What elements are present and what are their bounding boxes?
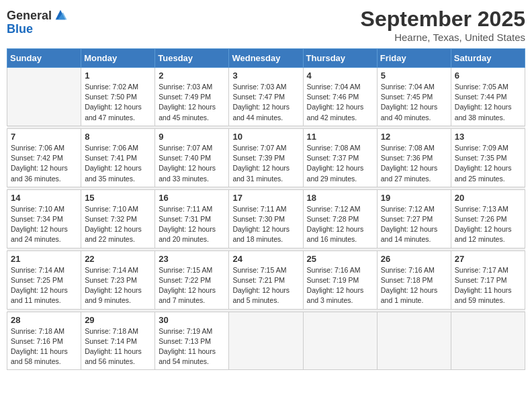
- calendar-cell: 4Sunrise: 7:04 AM Sunset: 7:46 PM Daylig…: [303, 68, 377, 126]
- day-number: 5: [381, 71, 447, 81]
- calendar-cell: 28Sunrise: 7:18 AM Sunset: 7:16 PM Dayli…: [7, 312, 81, 370]
- day-info: Sunrise: 7:08 AM Sunset: 7:36 PM Dayligh…: [381, 143, 447, 184]
- calendar-cell: 5Sunrise: 7:04 AM Sunset: 7:45 PM Daylig…: [377, 68, 451, 126]
- day-number: 14: [11, 193, 77, 203]
- calendar-cell: 24Sunrise: 7:15 AM Sunset: 7:21 PM Dayli…: [229, 250, 303, 309]
- day-number: 23: [159, 254, 225, 264]
- day-number: 2: [159, 71, 225, 81]
- day-number: 22: [85, 254, 151, 264]
- calendar-cell: 15Sunrise: 7:10 AM Sunset: 7:32 PM Dayli…: [81, 189, 155, 248]
- calendar-cell: [229, 312, 303, 370]
- calendar-week-row: 1Sunrise: 7:02 AM Sunset: 7:50 PM Daylig…: [7, 68, 525, 126]
- logo-icon: [53, 7, 68, 22]
- day-number: 25: [307, 254, 373, 264]
- day-info: Sunrise: 7:07 AM Sunset: 7:39 PM Dayligh…: [232, 143, 299, 184]
- calendar-cell: 20Sunrise: 7:13 AM Sunset: 7:26 PM Dayli…: [451, 189, 525, 248]
- calendar-cell: [7, 68, 81, 126]
- calendar-cell: 3Sunrise: 7:03 AM Sunset: 7:47 PM Daylig…: [229, 68, 303, 126]
- calendar-week-row: 7Sunrise: 7:06 AM Sunset: 7:42 PM Daylig…: [7, 128, 525, 187]
- day-number: 30: [159, 315, 225, 325]
- day-number: 15: [85, 193, 151, 203]
- day-number: 20: [455, 193, 521, 203]
- day-number: 27: [455, 254, 521, 264]
- day-number: 13: [455, 132, 521, 142]
- calendar-week-row: 21Sunrise: 7:14 AM Sunset: 7:25 PM Dayli…: [7, 250, 525, 309]
- day-number: 7: [11, 132, 77, 142]
- weekday-header-sunday: Sunday: [7, 49, 81, 68]
- day-number: 4: [307, 71, 373, 81]
- day-number: 24: [232, 254, 299, 264]
- day-number: 6: [455, 71, 521, 81]
- day-number: 1: [85, 71, 151, 81]
- day-info: Sunrise: 7:15 AM Sunset: 7:22 PM Dayligh…: [159, 265, 225, 306]
- month-title: September 2025: [361, 7, 525, 32]
- calendar-week-row: 28Sunrise: 7:18 AM Sunset: 7:16 PM Dayli…: [7, 312, 525, 370]
- location-text: Hearne, Texas, United States: [361, 32, 525, 43]
- day-info: Sunrise: 7:15 AM Sunset: 7:21 PM Dayligh…: [232, 265, 299, 306]
- day-number: 10: [232, 132, 299, 142]
- calendar-cell: 29Sunrise: 7:18 AM Sunset: 7:14 PM Dayli…: [81, 312, 155, 370]
- calendar-cell: 19Sunrise: 7:12 AM Sunset: 7:27 PM Dayli…: [377, 189, 451, 248]
- day-info: Sunrise: 7:14 AM Sunset: 7:23 PM Dayligh…: [85, 265, 151, 306]
- day-info: Sunrise: 7:19 AM Sunset: 7:13 PM Dayligh…: [159, 326, 225, 367]
- calendar-cell: 27Sunrise: 7:17 AM Sunset: 7:17 PM Dayli…: [451, 250, 525, 309]
- weekday-header-friday: Friday: [377, 49, 451, 68]
- day-info: Sunrise: 7:12 AM Sunset: 7:28 PM Dayligh…: [307, 204, 373, 245]
- day-info: Sunrise: 7:04 AM Sunset: 7:46 PM Dayligh…: [307, 82, 373, 123]
- calendar-week-row: 14Sunrise: 7:10 AM Sunset: 7:34 PM Dayli…: [7, 189, 525, 248]
- calendar-cell: 7Sunrise: 7:06 AM Sunset: 7:42 PM Daylig…: [7, 128, 81, 187]
- page-header: General Blue September 2025 Hearne, Texa…: [7, 7, 525, 43]
- day-info: Sunrise: 7:02 AM Sunset: 7:50 PM Dayligh…: [85, 82, 151, 123]
- calendar-cell: 2Sunrise: 7:03 AM Sunset: 7:49 PM Daylig…: [155, 68, 229, 126]
- day-info: Sunrise: 7:11 AM Sunset: 7:30 PM Dayligh…: [232, 204, 299, 245]
- day-info: Sunrise: 7:08 AM Sunset: 7:37 PM Dayligh…: [307, 143, 373, 184]
- logo: General Blue: [7, 9, 68, 36]
- day-info: Sunrise: 7:06 AM Sunset: 7:42 PM Dayligh…: [11, 143, 77, 184]
- day-info: Sunrise: 7:18 AM Sunset: 7:16 PM Dayligh…: [11, 326, 77, 367]
- day-info: Sunrise: 7:06 AM Sunset: 7:41 PM Dayligh…: [85, 143, 151, 184]
- title-block: September 2025 Hearne, Texas, United Sta…: [361, 7, 525, 43]
- day-number: 8: [85, 132, 151, 142]
- weekday-header-row: SundayMondayTuesdayWednesdayThursdayFrid…: [7, 49, 525, 68]
- weekday-header-monday: Monday: [81, 49, 155, 68]
- day-number: 28: [11, 315, 77, 325]
- day-info: Sunrise: 7:16 AM Sunset: 7:18 PM Dayligh…: [381, 265, 447, 306]
- weekday-header-thursday: Thursday: [303, 49, 377, 68]
- calendar-cell: 10Sunrise: 7:07 AM Sunset: 7:39 PM Dayli…: [229, 128, 303, 187]
- calendar-cell: [377, 312, 451, 370]
- day-number: 21: [11, 254, 77, 264]
- calendar-cell: 14Sunrise: 7:10 AM Sunset: 7:34 PM Dayli…: [7, 189, 81, 248]
- logo-blue-text: Blue: [7, 23, 68, 36]
- calendar-cell: 9Sunrise: 7:07 AM Sunset: 7:40 PM Daylig…: [155, 128, 229, 187]
- day-number: 29: [85, 315, 151, 325]
- day-number: 9: [159, 132, 225, 142]
- calendar-cell: 6Sunrise: 7:05 AM Sunset: 7:44 PM Daylig…: [451, 68, 525, 126]
- calendar-cell: 25Sunrise: 7:16 AM Sunset: 7:19 PM Dayli…: [303, 250, 377, 309]
- calendar-cell: 1Sunrise: 7:02 AM Sunset: 7:50 PM Daylig…: [81, 68, 155, 126]
- day-info: Sunrise: 7:11 AM Sunset: 7:31 PM Dayligh…: [159, 204, 225, 245]
- day-number: 17: [232, 193, 299, 203]
- day-info: Sunrise: 7:09 AM Sunset: 7:35 PM Dayligh…: [455, 143, 521, 184]
- calendar-cell: 13Sunrise: 7:09 AM Sunset: 7:35 PM Dayli…: [451, 128, 525, 187]
- calendar-cell: 18Sunrise: 7:12 AM Sunset: 7:28 PM Dayli…: [303, 189, 377, 248]
- day-info: Sunrise: 7:16 AM Sunset: 7:19 PM Dayligh…: [307, 265, 373, 306]
- calendar-table: SundayMondayTuesdayWednesdayThursdayFrid…: [7, 48, 525, 370]
- day-number: 26: [381, 254, 447, 264]
- weekday-header-saturday: Saturday: [451, 49, 525, 68]
- calendar-cell: [451, 312, 525, 370]
- weekday-header-tuesday: Tuesday: [155, 49, 229, 68]
- calendar-cell: 21Sunrise: 7:14 AM Sunset: 7:25 PM Dayli…: [7, 250, 81, 309]
- day-number: 11: [307, 132, 373, 142]
- calendar-cell: 12Sunrise: 7:08 AM Sunset: 7:36 PM Dayli…: [377, 128, 451, 187]
- day-info: Sunrise: 7:07 AM Sunset: 7:40 PM Dayligh…: [159, 143, 225, 184]
- day-info: Sunrise: 7:17 AM Sunset: 7:17 PM Dayligh…: [455, 265, 521, 306]
- calendar-cell: 11Sunrise: 7:08 AM Sunset: 7:37 PM Dayli…: [303, 128, 377, 187]
- day-info: Sunrise: 7:05 AM Sunset: 7:44 PM Dayligh…: [455, 82, 521, 123]
- day-number: 19: [381, 193, 447, 203]
- day-info: Sunrise: 7:14 AM Sunset: 7:25 PM Dayligh…: [11, 265, 77, 306]
- day-info: Sunrise: 7:12 AM Sunset: 7:27 PM Dayligh…: [381, 204, 447, 245]
- logo-general-text: General: [7, 9, 52, 23]
- calendar-cell: 22Sunrise: 7:14 AM Sunset: 7:23 PM Dayli…: [81, 250, 155, 309]
- calendar-cell: 23Sunrise: 7:15 AM Sunset: 7:22 PM Dayli…: [155, 250, 229, 309]
- day-info: Sunrise: 7:04 AM Sunset: 7:45 PM Dayligh…: [381, 82, 447, 123]
